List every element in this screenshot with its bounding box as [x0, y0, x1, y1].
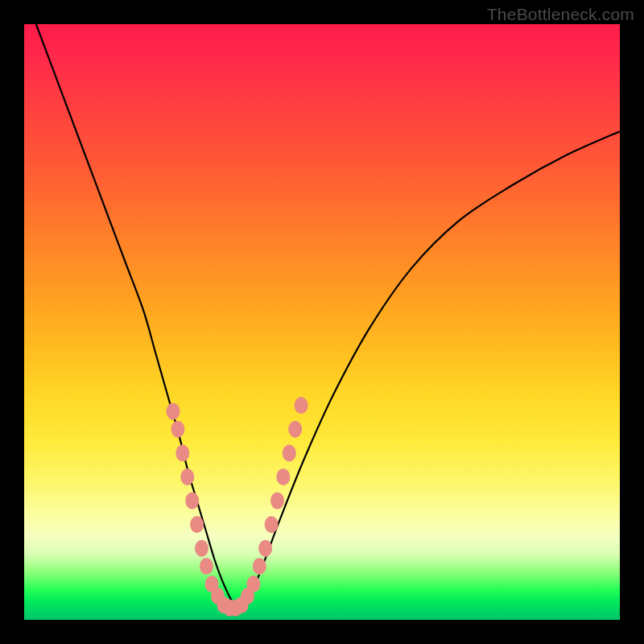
bottleneck-curve-path — [36, 24, 620, 611]
marker-dot — [283, 444, 296, 461]
marker-dot — [270, 493, 284, 510]
marker-dot — [200, 558, 213, 575]
marker-dot — [167, 403, 180, 420]
watermark-text: TheBottleneck.com — [487, 5, 634, 24]
marker-dot — [190, 516, 204, 533]
marker-dot — [253, 558, 266, 575]
marker-group — [167, 397, 308, 617]
marker-dot — [288, 421, 302, 438]
marker-dot — [180, 469, 194, 485]
chart-svg — [24, 24, 620, 620]
marker-dot — [265, 516, 279, 533]
plot-area — [24, 24, 620, 620]
marker-dot — [276, 469, 290, 485]
marker-dot — [175, 444, 189, 461]
marker-dot — [258, 540, 272, 557]
marker-dot — [185, 493, 199, 510]
marker-dot — [171, 421, 184, 438]
marker-dot — [295, 397, 308, 414]
chart-frame: TheBottleneck.com — [0, 0, 644, 644]
marker-dot — [246, 576, 260, 592]
marker-dot — [195, 540, 208, 557]
